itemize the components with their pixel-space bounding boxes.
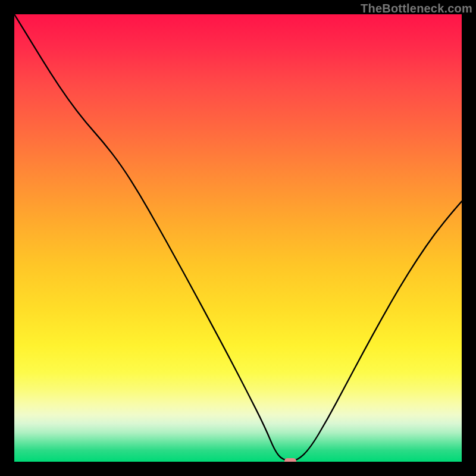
chart-container: TheBottleneck.com [0,0,476,476]
bottleneck-curve [14,14,462,462]
optimal-point-marker [284,458,296,462]
watermark-text: TheBottleneck.com [361,2,472,15]
plot-area [14,14,462,462]
